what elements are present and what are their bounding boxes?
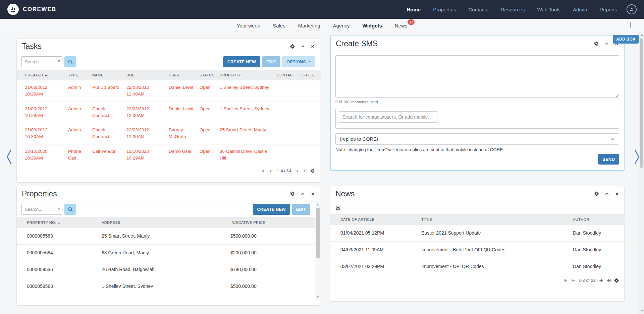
col-name[interactable]: NAME [90,70,124,80]
task-row[interactable]: 12/10/2020 10:29AM Phone Call Call Vendo… [17,144,321,165]
nav-web-tools[interactable]: Web Tools [537,7,560,12]
prev-page-icon[interactable] [571,278,576,283]
last-page-icon[interactable] [302,169,307,173]
tasks-settings-gear-icon[interactable] [290,44,295,49]
property-row[interactable]: 0000059583 1 Shelley Street, Sydney $500… [17,278,315,289]
tab-your-week[interactable]: Your week [237,23,260,28]
prev-page-icon[interactable] [269,169,274,173]
properties-settings-gear-icon[interactable] [290,191,295,196]
task-row[interactable]: 21/03/2012 10:28AM Admin Check Contract … [17,102,321,123]
tab-sales[interactable]: Sales [273,23,285,28]
sms-settings-gear-icon[interactable] [594,41,599,46]
scroll-up-icon[interactable] [640,34,643,37]
nav-home[interactable]: Home [407,7,421,12]
tasks-create-new-button[interactable]: CREATE NEW [223,56,260,67]
col-type[interactable]: TYPE [65,70,90,80]
tab-widgets[interactable]: Widgets [363,23,382,28]
tasks-search-button[interactable] [64,56,76,67]
add-box-button[interactable]: ADD BOX [613,35,639,44]
nav-properties[interactable]: Properties [433,7,456,12]
tasks-options-button[interactable]: OPTIONS [282,56,315,67]
nav-contacts[interactable]: Contacts [469,7,488,12]
next-page-icon[interactable] [599,278,603,283]
col-address[interactable]: ADDRESS [99,217,228,228]
col-property[interactable]: PROPERTY [217,70,274,80]
properties-edit-button[interactable]: EDIT [292,204,310,215]
pagination-settings-gear-icon[interactable] [614,278,619,283]
col-due[interactable]: DUE [124,70,166,80]
sms-send-button[interactable]: SEND [598,154,619,165]
nav-admin[interactable]: Admin [573,7,587,12]
scroll-down-icon[interactable] [316,296,319,299]
next-page-icon[interactable] [294,169,299,173]
tab-marketing[interactable]: Marketing [298,23,320,28]
col-contact[interactable]: CONTACT [274,70,298,80]
news-row[interactable]: 03/02/2021 03:29PM Improvement - OFI QR … [330,258,625,275]
task-user: Daniel Lewit [166,102,197,123]
tab-agency[interactable]: Agency [333,23,350,28]
sms-recipient-search-input[interactable] [339,111,437,123]
task-name: Call Vendor [90,144,124,165]
resize-handle[interactable] [315,300,319,305]
resize-handle[interactable] [619,165,623,170]
last-page-icon[interactable] [606,278,611,283]
properties-scrollbar[interactable] [315,202,320,300]
task-due: 13/10/2020 10:29AM [124,144,166,165]
task-office [298,102,321,123]
col-author[interactable]: AUTHOR [570,214,625,225]
sms-from-value: (replies to CORE) [340,136,378,142]
scrollbar-thumb[interactable] [316,208,320,258]
col-user[interactable]: USER [166,70,197,80]
scroll-up-icon[interactable] [316,203,319,206]
nav-reports[interactable]: Reports [599,7,617,12]
create-sms-widget: Create SMS 0 of 160 characters used (rep… [330,36,625,171]
sms-message-textarea[interactable] [335,55,619,98]
col-property-no[interactable]: PROPERTY NO. [17,217,99,228]
task-created: 21/03/2012 10:30AM [17,123,65,144]
tasks-close-icon[interactable] [311,44,315,49]
col-office[interactable]: OFFICE [298,70,321,80]
col-date-of-article[interactable]: DATE OF ARTICLE [330,214,419,225]
scrollbar-thumb[interactable] [640,39,643,168]
carousel-left-arrow[interactable] [5,148,13,166]
col-status[interactable]: STATUS [197,70,217,80]
first-page-icon[interactable] [563,278,568,283]
tasks-search-input[interactable] [21,56,62,67]
properties-search-input[interactable] [21,204,62,215]
sms-from-select[interactable]: (replies to CORE) [335,133,619,145]
page-scrollbar[interactable] [639,32,644,314]
properties-search-clear-icon[interactable]: × [57,206,60,211]
property-row[interactable]: 0000005584 68 Green Road, Manly $200,000… [17,245,315,261]
pagination-settings-gear-icon[interactable] [310,169,315,173]
first-page-icon[interactable] [261,169,266,173]
col-created[interactable]: CREATED [17,70,65,80]
news-collapse-icon[interactable] [605,192,609,196]
news-close-icon[interactable] [615,192,619,196]
task-row[interactable]: 21/03/2012 10:28AM Admin Put Up Board 22… [17,80,321,102]
tasks-search-clear-icon[interactable]: × [57,59,60,63]
nav-resources[interactable]: Resources [501,7,525,12]
tasks-table: CREATED TYPE NAME DUE USER STATUS PROPER… [17,70,321,165]
task-row[interactable]: 21/03/2012 10:30AM Admin Check Contract … [17,123,321,144]
properties-collapse-icon[interactable] [301,192,305,196]
news-settings-gear-icon[interactable] [594,191,599,196]
news-options-gear-icon[interactable] [335,206,340,211]
property-row[interactable]: 0000059536 26 Bath Road, Balgowlah $780,… [17,261,315,278]
sms-collapse-icon[interactable] [604,42,609,46]
properties-create-new-button[interactable]: CREATE NEW [253,204,290,215]
kebab-menu-icon[interactable] [628,22,633,28]
tab-news[interactable]: News17 [395,23,408,28]
properties-search-button[interactable] [64,204,76,215]
user-avatar[interactable] [627,4,637,14]
col-indicative-price[interactable]: INDICATIVE PRICE [228,217,315,228]
tasks-edit-button[interactable]: EDIT [262,56,280,67]
scroll-down-icon[interactable] [640,309,643,312]
news-header-row: DATE OF ARTICLE TITLE AUTHOR [330,214,625,225]
tasks-collapse-icon[interactable] [301,44,305,49]
property-row[interactable]: 0000005583 25 Smart Street, Manly $500,0… [17,228,315,245]
resize-handle[interactable] [315,177,319,182]
news-row[interactable]: 01/04/2021 05:12PM Easter 2021 Support U… [330,225,625,242]
news-row[interactable]: 04/03/2021 11:09AM Improvement - Bulk Pr… [330,242,625,258]
col-title[interactable]: TITLE [419,214,570,225]
properties-close-icon[interactable] [311,192,315,196]
